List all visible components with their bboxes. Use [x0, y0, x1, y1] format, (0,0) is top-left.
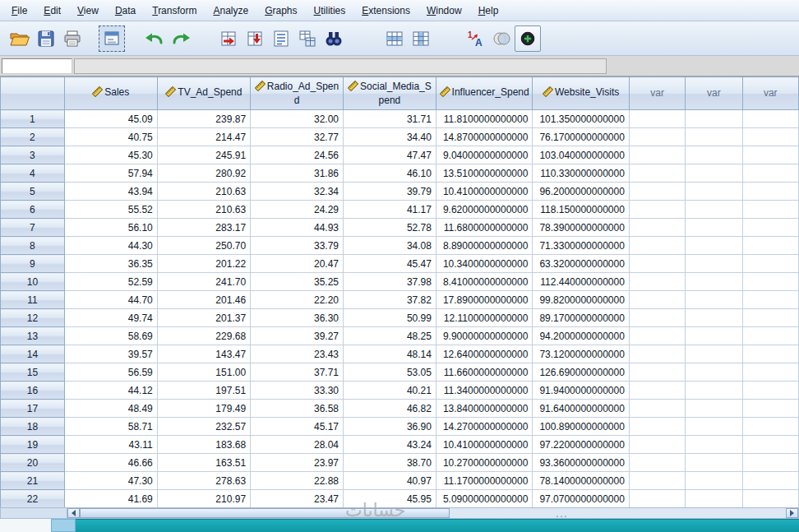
data-cell[interactable]: 10.2700000000000	[436, 454, 532, 472]
row-header[interactable]: 5	[1, 183, 65, 201]
row-header[interactable]: 16	[1, 382, 65, 400]
data-cell[interactable]: 39.57	[64, 345, 157, 363]
data-cell[interactable]: 14.2700000000000	[436, 418, 532, 436]
empty-cell[interactable]	[686, 490, 742, 508]
data-cell[interactable]: 91.9400000000000	[533, 382, 629, 400]
empty-cell[interactable]	[742, 237, 798, 255]
empty-cell[interactable]	[742, 146, 798, 164]
data-cell[interactable]: 43.11	[64, 436, 157, 454]
data-cell[interactable]: 23.47	[251, 490, 344, 508]
column-header-sales[interactable]: Sales	[64, 77, 157, 110]
insert-cases-button[interactable]	[381, 25, 408, 52]
data-cell[interactable]: 13.8400000000000	[436, 400, 532, 418]
data-cell[interactable]: 11.1700000000000	[436, 472, 532, 490]
row-header[interactable]: 12	[1, 309, 65, 327]
data-cell[interactable]: 41.17	[343, 201, 436, 219]
data-cell[interactable]: 12.1100000000000	[436, 309, 532, 327]
tables-button[interactable]	[294, 25, 321, 52]
data-cell[interactable]: 58.69	[64, 327, 157, 345]
data-cell[interactable]: 11.8100000000000	[436, 110, 532, 128]
data-cell[interactable]: 89.1700000000000	[533, 309, 629, 327]
column-header-website_visits[interactable]: Website_Visits	[533, 77, 629, 110]
empty-cell[interactable]	[686, 345, 742, 363]
data-cell[interactable]: 229.68	[157, 327, 250, 345]
empty-cell[interactable]	[629, 490, 685, 508]
data-cell[interactable]: 280.92	[157, 164, 250, 183]
data-cell[interactable]: 97.2200000000000	[533, 436, 629, 454]
row-header[interactable]: 2	[1, 128, 65, 146]
data-cell[interactable]: 76.1700000000000	[533, 128, 629, 146]
column-header-var[interactable]: var	[629, 77, 685, 110]
data-cell[interactable]: 46.82	[343, 400, 436, 418]
menu-file[interactable]: File	[3, 2, 35, 20]
row-header[interactable]: 19	[1, 436, 65, 454]
data-cell[interactable]: 32.34	[251, 183, 344, 201]
data-cell[interactable]: 179.49	[157, 400, 250, 418]
empty-cell[interactable]	[686, 255, 742, 273]
empty-cell[interactable]	[629, 327, 685, 345]
data-cell[interactable]: 5.09000000000000	[436, 490, 532, 508]
data-cell[interactable]: 40.97	[343, 472, 436, 490]
data-cell[interactable]: 11.6600000000000	[436, 363, 532, 382]
data-cell[interactable]: 210.97	[157, 490, 250, 508]
empty-cell[interactable]	[686, 164, 742, 183]
data-cell[interactable]: 37.71	[251, 363, 344, 382]
row-header[interactable]: 18	[1, 418, 65, 436]
data-cell[interactable]: 43.94	[64, 183, 157, 201]
empty-cell[interactable]	[742, 400, 798, 418]
data-cell[interactable]: 9.90000000000000	[436, 327, 532, 345]
data-cell[interactable]: 40.75	[64, 128, 157, 146]
data-cell[interactable]: 110.330000000000	[533, 164, 629, 183]
undo-button[interactable]	[141, 25, 168, 52]
use-variable-sets-button[interactable]	[488, 25, 515, 52]
redo-button[interactable]	[168, 25, 194, 52]
data-cell[interactable]: 97.0700000000000	[533, 490, 629, 508]
empty-cell[interactable]	[629, 183, 685, 201]
data-cell[interactable]: 24.29	[251, 201, 344, 219]
data-cell[interactable]: 143.47	[157, 345, 250, 363]
empty-cell[interactable]	[742, 273, 798, 291]
empty-cell[interactable]	[742, 255, 798, 273]
row-header[interactable]: 20	[1, 454, 65, 472]
goto-case-button[interactable]	[215, 25, 242, 52]
data-cell[interactable]: 210.63	[157, 201, 250, 219]
row-header[interactable]: 17	[1, 400, 65, 418]
data-cell[interactable]: 22.20	[251, 291, 344, 309]
data-cell[interactable]: 32.00	[251, 110, 344, 128]
data-cell[interactable]: 201.46	[157, 291, 250, 309]
data-cell[interactable]: 28.04	[251, 436, 344, 454]
data-cell[interactable]: 53.05	[343, 363, 436, 382]
empty-cell[interactable]	[686, 418, 742, 436]
recall-dialogs-button[interactable]	[99, 25, 125, 52]
empty-cell[interactable]	[742, 219, 798, 237]
empty-cell[interactable]	[686, 219, 742, 237]
data-cell[interactable]: 93.3600000000000	[533, 454, 629, 472]
print-button[interactable]	[59, 25, 85, 52]
empty-cell[interactable]	[629, 237, 685, 255]
data-cell[interactable]: 201.37	[157, 309, 250, 327]
data-cell[interactable]: 44.93	[251, 219, 344, 237]
data-cell[interactable]: 41.69	[64, 490, 157, 508]
empty-cell[interactable]	[686, 183, 742, 201]
data-cell[interactable]: 241.70	[157, 273, 250, 291]
row-header[interactable]: 14	[1, 345, 65, 363]
empty-cell[interactable]	[629, 146, 685, 164]
save-button[interactable]	[33, 25, 59, 52]
view-tab-stub[interactable]	[51, 519, 76, 532]
data-cell[interactable]: 32.77	[251, 128, 344, 146]
data-cell[interactable]: 20.47	[251, 255, 344, 273]
empty-cell[interactable]	[686, 273, 742, 291]
empty-cell[interactable]	[686, 454, 742, 472]
data-cell[interactable]: 55.52	[64, 201, 157, 219]
data-cell[interactable]: 48.25	[343, 327, 436, 345]
data-cell[interactable]: 78.1400000000000	[533, 472, 629, 490]
menu-utilities[interactable]: Utilities	[306, 2, 354, 20]
empty-cell[interactable]	[686, 291, 742, 309]
row-header[interactable]: 9	[1, 255, 65, 273]
empty-cell[interactable]	[742, 327, 798, 345]
empty-cell[interactable]	[686, 146, 742, 164]
data-cell[interactable]: 33.30	[251, 382, 344, 400]
column-header-var[interactable]: var	[742, 77, 798, 110]
scroll-right-arrow-icon[interactable]	[786, 508, 798, 518]
empty-cell[interactable]	[629, 418, 685, 436]
